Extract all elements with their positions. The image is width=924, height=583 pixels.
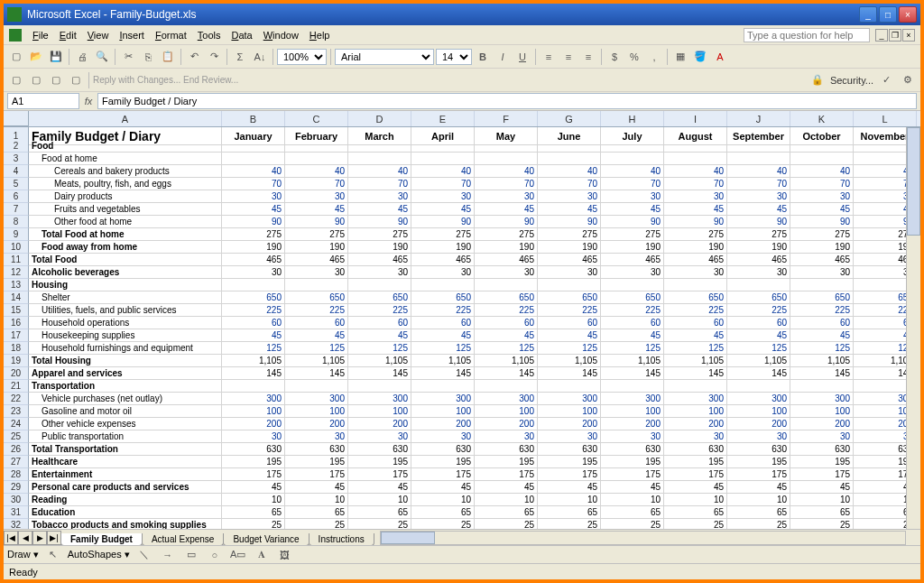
cell[interactable]: 100 xyxy=(411,405,475,418)
cell[interactable]: 145 xyxy=(285,367,348,380)
cell[interactable]: 630 xyxy=(664,443,727,456)
cell[interactable]: 465 xyxy=(538,254,601,266)
row-header[interactable]: 25 xyxy=(4,430,29,443)
row-header[interactable]: 11 xyxy=(4,254,29,266)
cell[interactable]: 30 xyxy=(222,430,285,443)
cell[interactable]: 195 xyxy=(475,456,538,468)
cell[interactable]: 70 xyxy=(664,178,727,190)
cell-label[interactable]: Entertainment xyxy=(29,468,222,481)
help-search-input[interactable] xyxy=(744,28,870,42)
column-header-D[interactable]: D xyxy=(348,111,411,126)
cell[interactable]: 60 xyxy=(664,317,727,329)
cell[interactable]: 40 xyxy=(285,165,348,178)
cell[interactable]: 195 xyxy=(222,456,285,468)
tb2-icon-2[interactable]: ▢ xyxy=(27,71,45,89)
cell[interactable] xyxy=(285,279,348,292)
tb2-icon-3[interactable]: ▢ xyxy=(47,71,65,89)
menu-insert[interactable]: Insert xyxy=(114,28,150,42)
cell[interactable]: 25 xyxy=(411,519,475,529)
cell[interactable]: 225 xyxy=(285,304,348,317)
cell[interactable]: 70 xyxy=(475,178,538,190)
cell[interactable] xyxy=(790,380,854,393)
cell[interactable] xyxy=(411,380,475,393)
cell[interactable]: 45 xyxy=(664,481,727,494)
cell-label[interactable]: Household operations xyxy=(29,317,222,329)
cell[interactable]: 200 xyxy=(222,418,285,430)
new-icon[interactable]: ▢ xyxy=(7,48,25,66)
cell[interactable]: 90 xyxy=(601,216,664,228)
sheet-tab-instructions[interactable]: Instructions xyxy=(309,533,374,546)
row-header[interactable]: 27 xyxy=(4,456,29,468)
cell[interactable]: 60 xyxy=(727,317,790,329)
cell[interactable]: 145 xyxy=(601,367,664,380)
cell[interactable]: 100 xyxy=(664,405,727,418)
cell[interactable]: 225 xyxy=(538,304,601,317)
cell-label[interactable]: Healthcare xyxy=(29,456,222,468)
cell[interactable]: 30 xyxy=(664,430,727,443)
cell[interactable]: 125 xyxy=(538,342,601,355)
cell[interactable]: 1,105 xyxy=(601,355,664,367)
cell[interactable]: 300 xyxy=(411,393,475,405)
cell[interactable]: 45 xyxy=(790,481,854,494)
cell[interactable]: 45 xyxy=(475,203,538,216)
cell[interactable]: 145 xyxy=(664,367,727,380)
cell[interactable] xyxy=(727,140,790,153)
cell[interactable]: 90 xyxy=(411,216,475,228)
cell[interactable]: 465 xyxy=(475,254,538,266)
cell[interactable]: 465 xyxy=(664,254,727,266)
cell[interactable]: 100 xyxy=(222,405,285,418)
underline-button[interactable]: U xyxy=(513,48,531,66)
cell[interactable]: 90 xyxy=(790,216,854,228)
row-header[interactable]: 13 xyxy=(4,279,29,292)
cell[interactable]: 30 xyxy=(601,430,664,443)
cell[interactable] xyxy=(348,153,411,165)
sheet-tab-budget-variance[interactable]: Budget Variance xyxy=(223,533,309,546)
autoshapes-menu[interactable]: AutoShapes ▾ xyxy=(68,549,130,560)
cell[interactable] xyxy=(475,380,538,393)
menu-file[interactable]: File xyxy=(27,28,54,42)
cell[interactable]: 70 xyxy=(727,178,790,190)
cell[interactable]: 60 xyxy=(411,317,475,329)
column-header-F[interactable]: F xyxy=(475,111,538,126)
cell[interactable]: 195 xyxy=(538,456,601,468)
doc-minimize-button[interactable]: _ xyxy=(875,29,888,42)
cell[interactable]: 300 xyxy=(475,393,538,405)
oval-icon[interactable]: ○ xyxy=(206,546,224,564)
cell[interactable]: 225 xyxy=(601,304,664,317)
cell[interactable]: 45 xyxy=(222,481,285,494)
cell[interactable]: 70 xyxy=(790,178,854,190)
cell[interactable]: 40 xyxy=(348,165,411,178)
select-all-corner[interactable] xyxy=(4,111,29,126)
row-header[interactable]: 8 xyxy=(4,216,29,228)
row-header[interactable]: 23 xyxy=(4,405,29,418)
cell[interactable]: 30 xyxy=(790,190,854,203)
cell[interactable]: 200 xyxy=(348,418,411,430)
cell[interactable]: 25 xyxy=(664,519,727,529)
cell[interactable]: 175 xyxy=(727,468,790,481)
cell[interactable]: 190 xyxy=(475,241,538,254)
font-size-select[interactable]: 14 xyxy=(436,49,472,65)
name-box[interactable] xyxy=(7,93,79,109)
cell[interactable]: 45 xyxy=(601,329,664,342)
cell[interactable]: 60 xyxy=(348,317,411,329)
print-icon[interactable]: 🖨 xyxy=(73,48,91,66)
cell[interactable]: 10 xyxy=(411,494,475,506)
maximize-button[interactable]: □ xyxy=(879,6,897,23)
cell[interactable]: 300 xyxy=(727,393,790,405)
cell[interactable]: 275 xyxy=(601,228,664,241)
cell[interactable]: 1,105 xyxy=(348,355,411,367)
row-header[interactable]: 30 xyxy=(4,494,29,506)
cell[interactable] xyxy=(538,140,601,153)
cell[interactable] xyxy=(222,279,285,292)
autosum-icon[interactable]: Σ xyxy=(231,48,249,66)
cell[interactable]: 65 xyxy=(727,506,790,519)
column-header-E[interactable]: E xyxy=(411,111,475,126)
cell[interactable]: 1,105 xyxy=(475,355,538,367)
clipart-icon[interactable]: 🖼 xyxy=(276,546,294,564)
cell[interactable]: 40 xyxy=(538,165,601,178)
cell[interactable]: 45 xyxy=(348,203,411,216)
cell[interactable]: 200 xyxy=(664,418,727,430)
cell[interactable] xyxy=(411,140,475,153)
wordart-icon[interactable]: 𝐀 xyxy=(253,546,271,564)
row-header[interactable]: 31 xyxy=(4,506,29,519)
